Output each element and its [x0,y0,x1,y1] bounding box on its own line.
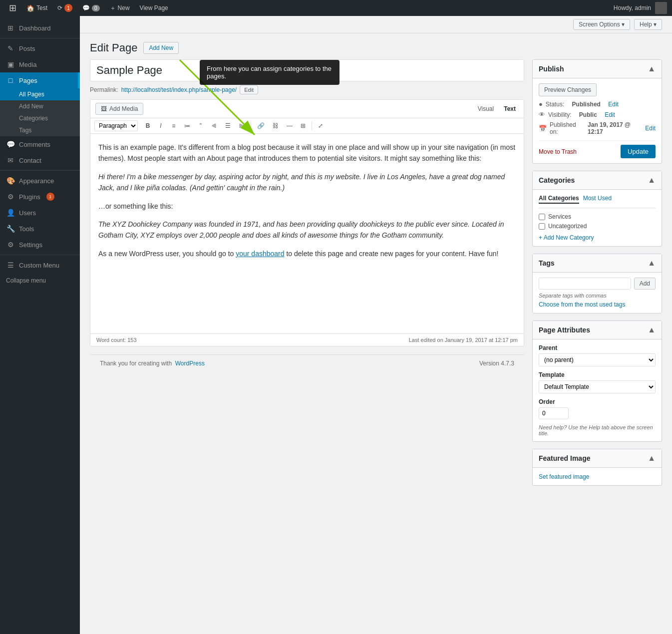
table-button[interactable]: ⊞ [297,120,309,131]
add-tag-button[interactable]: Add [634,278,656,290]
tags-hint: Separate tags with commas [539,293,656,299]
updates-icon: ⟳ [57,4,62,11]
wp-logo[interactable]: ⊞ [5,0,20,16]
sidebar-item-appearance[interactable]: 🎨 Appearance [0,173,80,189]
publish-toggle[interactable]: ▲ [648,65,656,73]
screen-options-button[interactable]: Screen Options ▾ [573,19,630,30]
editor-content-area[interactable]: This is an example page. It's different … [90,134,524,333]
view-page[interactable]: View Page [136,0,172,16]
add-new-button[interactable]: Add New [143,42,179,54]
featured-image-toggle[interactable]: ▲ [648,454,656,462]
sidebar-subitem-categories[interactable]: Categories [0,112,80,124]
page-attributes-toggle[interactable]: ▲ [648,326,656,334]
categories-toggle[interactable]: ▲ [648,176,656,184]
most-used-tab[interactable]: Most Used [583,195,612,204]
preview-changes-button[interactable]: Preview Changes [539,83,597,96]
publish-metabox-body: Preview Changes ● Status: Published Edit… [533,78,662,163]
updates[interactable]: ⟳ 1 [53,0,76,16]
format-select[interactable]: Paragraph Heading 1 Heading 2 Heading 3 [94,120,138,131]
footer-text: Thank you for creating with WordPress [100,360,205,367]
publish-metabox: Publish ▲ Preview Changes ● Status: Publ… [532,59,662,164]
update-button[interactable]: Update [621,145,656,158]
view-switcher: Visual Text [475,104,519,113]
move-to-trash-link[interactable]: Move to Trash [539,148,577,155]
publish-footer: Move to Trash Update [539,140,656,158]
edit-permalink-button[interactable]: Edit [240,85,258,94]
add-media-button[interactable]: 🖼 Add Media [95,103,143,115]
screen-options-bar: Screen Options ▾ Help ▾ [80,16,672,33]
align-right-button[interactable]: ⫸ [235,120,248,131]
category-checkbox-uncategorized[interactable] [539,223,545,230]
menu-separator [0,38,80,38]
ordered-list-button[interactable]: ≔ [181,120,194,131]
align-left-button[interactable]: ⫷ [208,120,221,131]
status-icon: ● [539,100,543,108]
content-para-2: Hi there! I'm a bike messenger by day, a… [98,171,516,194]
status-edit-link[interactable]: Edit [608,101,619,108]
categories-metabox-body: All Categories Most Used Services Uncate… [533,190,662,246]
wordpress-link[interactable]: WordPress [175,360,205,367]
tags-toggle[interactable]: ▲ [648,259,656,267]
dashboard-link[interactable]: your dashboard [236,250,284,258]
last-edited: Last edited on January 19, 2017 at 12:17… [409,337,518,343]
sidebar-item-comments[interactable]: 💬 Comments [0,136,80,152]
category-item-services: Services [539,213,656,220]
set-featured-image-link[interactable]: Set featured image [539,473,589,480]
avatar[interactable] [655,2,667,14]
add-new-category-link[interactable]: + Add New Category [539,234,594,241]
align-center-button[interactable]: ☰ [222,120,234,131]
page-title-input[interactable] [90,59,524,81]
blockquote-button[interactable]: " [195,120,207,131]
publish-actions: Preview Changes [539,83,656,96]
template-field: Template Default Template [539,371,656,393]
visibility-edit-link[interactable]: Edit [605,111,615,118]
help-button[interactable]: Help ▾ [634,19,662,30]
text-view-button[interactable]: Text [501,104,519,113]
posts-icon: ✎ [6,44,15,52]
contact-icon: ✉ [6,156,15,164]
edit-columns: Permalink: http://localhost/test/index.p… [80,59,672,503]
sidebar-item-plugins[interactable]: ⚙ Plugins 1 [0,189,80,205]
sidebar-subitem-tags[interactable]: Tags [0,124,80,136]
sidebar-subitem-add-new[interactable]: Add New [0,100,80,112]
toolbar-separator [251,121,251,130]
template-select[interactable]: Default Template [539,380,656,393]
italic-button[interactable]: I [155,120,167,131]
fullscreen-button[interactable]: ⤢ [315,120,327,131]
unlink-button[interactable]: ⛓ [269,120,282,131]
publish-info: ● Status: Published Edit 👁 Visibility: P… [539,100,656,135]
parent-select[interactable]: (no parent) [539,353,656,366]
new-content[interactable]: ＋ New [106,0,134,16]
sidebar-item-settings[interactable]: ⚙ Settings [0,237,80,253]
sidebar-item-users[interactable]: 👤 Users [0,205,80,221]
site-name[interactable]: 🏠 Test [22,0,51,16]
published-edit-link[interactable]: Edit [645,125,656,132]
add-media-icon: 🖼 [101,105,107,112]
all-categories-tab[interactable]: All Categories [539,195,579,204]
comments[interactable]: 💬 0 [78,0,104,16]
collapse-menu[interactable]: Collapse menu [0,273,80,288]
bold-button[interactable]: B [142,120,154,131]
order-input[interactable] [539,407,569,419]
content-para-3: …or something like this: [98,201,516,212]
sidebar-subitem-all-pages[interactable]: All Pages [0,88,80,100]
tags-input[interactable] [539,278,631,290]
permalink-url[interactable]: http://localhost/test/index.php/sample-p… [121,86,237,93]
insert-more-button[interactable]: — [283,120,296,131]
link-button[interactable]: 🔗 [254,120,268,131]
visual-view-button[interactable]: Visual [475,104,497,113]
category-checkbox-services[interactable] [539,214,545,220]
sidebar-item-pages[interactable]: □ Pages [0,72,80,88]
sidebar-item-media[interactable]: ▣ Media [0,56,80,72]
most-used-tags-link[interactable]: Choose from the most used tags [539,301,625,308]
sidebar-item-dashboard[interactable]: ⊞ Dashboard [0,20,80,36]
page-attributes-metabox-header: Page Attributes ▲ [533,321,662,339]
home-icon: 🏠 [26,4,34,12]
editor-box: 🖼 Add Media Visual Text Paragraph Headin… [90,99,524,346]
sidebar-item-tools[interactable]: 🔧 Tools [0,221,80,237]
unordered-list-button[interactable]: ≡ [168,120,180,131]
sidebar-item-posts[interactable]: ✎ Posts [0,40,80,56]
status-row: ● Status: Published Edit [539,100,656,108]
sidebar-item-contact[interactable]: ✉ Contact [0,152,80,168]
sidebar-item-custom-menu[interactable]: ☰ Custom Menu [0,257,80,273]
